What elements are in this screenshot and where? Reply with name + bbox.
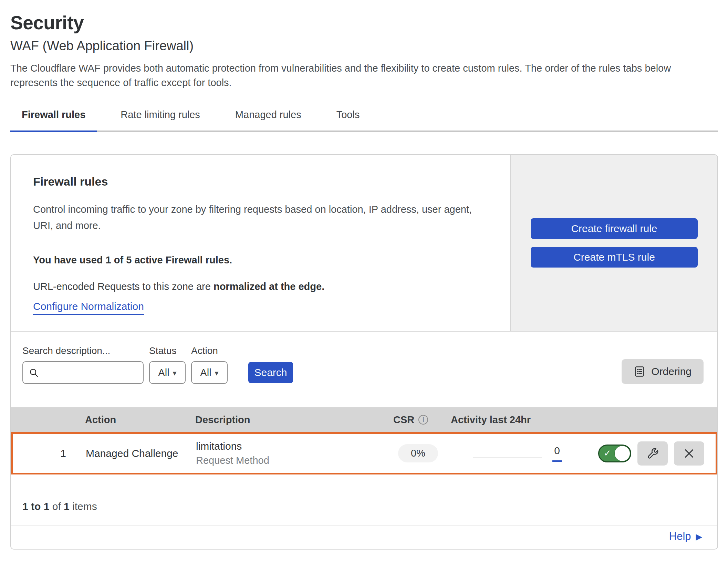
ordered-list-icon [634,366,645,377]
normalization-bold: normalized at the edge. [214,281,324,292]
search-button[interactable]: Search [248,362,293,383]
status-label: Status [149,345,186,356]
delete-rule-button[interactable] [674,441,704,466]
normalization-prefix: URL-encoded Requests to this zone are [33,281,214,292]
tab-firewall-rules[interactable]: Firewall rules [10,109,97,132]
tab-tools[interactable]: Tools [325,109,371,132]
firewall-rule-row: 1 Managed Challenge limitations Request … [11,432,717,474]
items-range: 1 to 1 [22,501,49,512]
status-dropdown[interactable]: All ▾ [149,361,186,384]
csr-header-label: CSR [393,414,414,426]
tab-managed-rules[interactable]: Managed rules [224,109,313,132]
rule-expression: Request Method [196,455,385,466]
action-dropdown[interactable]: All ▾ [191,361,228,384]
help-row: Help ▶ [11,525,717,549]
items-count: 1 to 1 of 1 items [11,474,717,525]
card-description: Control incoming traffic to your zone by… [33,201,491,234]
rule-description-cell: limitations Request Method [187,440,385,466]
action-dropdown-value: All [200,367,211,378]
items-of: of [49,501,64,512]
page-description: The Cloudflare WAF provides both automat… [10,61,718,90]
help-link[interactable]: Help ▶ [669,530,702,543]
create-mtls-rule-button[interactable]: Create mTLS rule [531,247,698,268]
activity-sparkline [473,458,542,458]
rules-table-header: Action Description CSR i Activity last 2… [11,407,717,432]
rule-controls: ✓ [591,441,716,466]
firewall-rules-summary: Firewall rules Control incoming traffic … [11,155,717,331]
chevron-down-icon: ▾ [215,369,219,378]
action-label: Action [191,345,228,356]
search-box[interactable] [22,361,144,384]
info-icon[interactable]: i [418,415,428,425]
description-column-header: Description [185,414,383,426]
edit-rule-button[interactable] [637,441,668,466]
normalization-text: URL-encoded Requests to this zone are no… [33,281,497,292]
wrench-icon [646,447,659,460]
toggle-knob [615,446,630,461]
search-icon [29,367,39,378]
search-label: Search description... [22,345,144,356]
chevron-down-icon: ▾ [173,369,177,378]
page-title: Security [10,12,718,34]
card-heading: Firewall rules [33,175,497,188]
csr-badge: 0% [398,444,438,462]
tab-rate-limiting-rules[interactable]: Rate limiting rules [109,109,211,132]
search-input[interactable] [42,367,138,378]
items-total: 1 [64,501,70,512]
rule-enabled-toggle[interactable]: ✓ [598,445,631,462]
rule-activity-cell: 0 [442,445,591,462]
security-waf-page: Security WAF (Web Application Firewall) … [0,0,728,550]
create-firewall-rule-button[interactable]: Create firewall rule [531,218,698,239]
usage-text: You have used 1 of 5 active Firewall rul… [33,254,497,266]
check-icon: ✓ [604,448,611,458]
configure-normalization-link[interactable]: Configure Normalization [33,301,144,315]
page-subtitle: WAF (Web Application Firewall) [10,39,718,53]
tab-bar: Firewall rules Rate limiting rules Manag… [10,109,718,132]
status-dropdown-value: All [158,367,169,378]
card-actions-panel: Create firewall rule Create mTLS rule [510,155,717,331]
activity-count-link[interactable]: 0 [552,445,562,462]
close-icon [683,447,695,460]
filter-bar: Search description... Status All ▾ [11,331,717,407]
csr-column-header: CSR i [383,414,440,426]
ordering-button[interactable]: Ordering [622,359,704,384]
rule-priority: 1 [13,448,76,459]
rule-csr-cell: 0% [385,444,442,462]
activity-column-header: Activity last 24hr [440,414,590,426]
help-label: Help [669,530,691,543]
rule-action: Managed Challenge [76,448,187,459]
rule-description: limitations [196,440,385,452]
firewall-rules-info: Firewall rules Control incoming traffic … [11,155,510,331]
items-word: items [70,501,97,512]
arrow-right-icon: ▶ [696,532,702,542]
action-column-header: Action [75,414,185,426]
ordering-button-label: Ordering [651,366,691,377]
firewall-rules-card: Firewall rules Control incoming traffic … [10,154,718,550]
